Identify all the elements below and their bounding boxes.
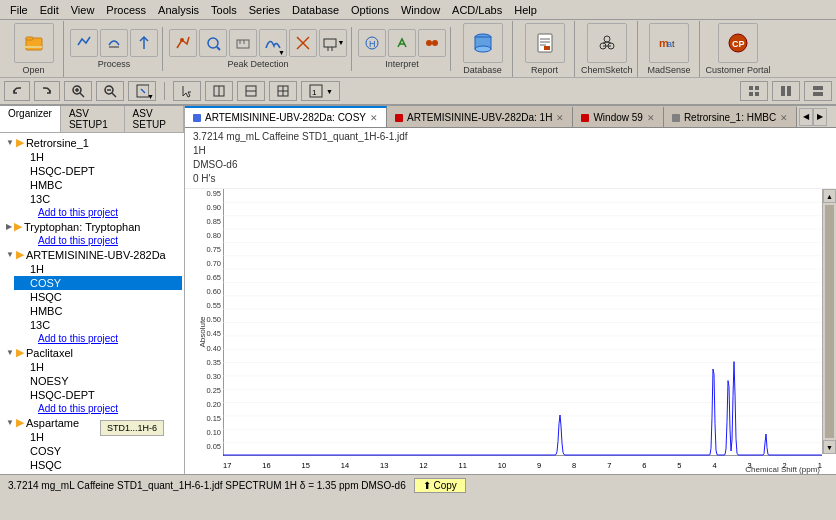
x-tick-13: 13 — [380, 461, 388, 470]
madsense-button[interactable]: mat — [649, 23, 689, 63]
interpret-btn3[interactable] — [418, 29, 446, 57]
fit-button[interactable]: ▼ — [128, 81, 156, 101]
undo-button[interactable] — [4, 81, 30, 101]
tab-retrorsine-hmbc-close[interactable]: ✕ — [780, 113, 788, 123]
menu-database[interactable]: Database — [286, 2, 345, 18]
layout-btn2[interactable] — [237, 81, 265, 101]
layout-btn3[interactable] — [269, 81, 297, 101]
layout-btn1[interactable] — [205, 81, 233, 101]
copy-button[interactable]: ⬆ Copy — [414, 478, 466, 493]
select-button[interactable] — [173, 81, 201, 101]
menu-file[interactable]: File — [4, 2, 34, 18]
retrorsine1-children: 1H HSQC-DEPT HMBC 13C Add to this projec… — [2, 150, 182, 219]
zoom-in-button[interactable] — [64, 81, 92, 101]
status-text: 3.7214 mg_mL Caffeine STD1_quant_1H-6-1.… — [8, 480, 406, 491]
interpret-btn1[interactable]: H — [358, 29, 386, 57]
zoom-out-button[interactable] — [96, 81, 124, 101]
sidebar-item-artemisinine-hmbc[interactable]: HMBC — [14, 304, 182, 318]
menu-view[interactable]: View — [65, 2, 101, 18]
sidebar-item-retrorsine-hsqcdept[interactable]: HSQC-DEPT — [14, 164, 182, 178]
menu-options[interactable]: Options — [345, 2, 395, 18]
chemsketch-button[interactable] — [587, 23, 627, 63]
svg-point-24 — [475, 46, 491, 52]
sidebar-item-aspartame-hsqc[interactable]: HSQC — [14, 458, 182, 472]
layout-grid-btn2[interactable] — [772, 81, 800, 101]
tab-1h[interactable]: ARTEMISININE-UBV-282Da: 1H ✕ — [387, 106, 573, 127]
menu-window[interactable]: Window — [395, 2, 446, 18]
sidebar-item-aspartame-cosy[interactable]: COSY — [14, 444, 182, 458]
sidebar-item-retrorsine1[interactable]: ▼ ▶ Retrorsine_1 — [2, 135, 182, 150]
sidebar-item-paclitaxel-noesy[interactable]: NOESY — [14, 374, 182, 388]
sidebar-item-paclitaxel-hsqcdept[interactable]: HSQC-DEPT — [14, 388, 182, 402]
layout-grid-btn3[interactable] — [804, 81, 832, 101]
svg-point-6 — [208, 38, 218, 48]
tab-1h-close[interactable]: ✕ — [556, 113, 564, 123]
sidebar-item-paclitaxel[interactable]: ▼ ▶ Paclitaxel — [2, 345, 182, 360]
portal-button[interactable]: CP — [718, 23, 758, 63]
scroll-thumb[interactable] — [825, 205, 834, 438]
peak-btn5[interactable] — [289, 29, 317, 57]
sidebar: Organizer ASV SETUP1 ASV SETUP ▼ ▶ Retro… — [0, 106, 185, 474]
tab-cosy-close[interactable]: ✕ — [370, 113, 378, 123]
sidebar-item-paclitaxel-1h[interactable]: 1H — [14, 360, 182, 374]
tab-window59-close[interactable]: ✕ — [647, 113, 655, 123]
peak-dropdown[interactable]: ▼ — [319, 29, 347, 57]
paclitaxel-children: 1H NOESY HSQC-DEPT Add to this project — [2, 360, 182, 415]
tab-cosy[interactable]: ARTEMISININE-UBV-282Da: COSY ✕ — [185, 106, 387, 127]
menu-series[interactable]: Series — [243, 2, 286, 18]
scroll-down-btn[interactable]: ▼ — [823, 440, 836, 454]
tab-scroll-buttons: ◀ ▶ — [799, 106, 827, 127]
sidebar-item-aspartame-hmbc[interactable]: HMBC — [14, 472, 182, 474]
sidebar-item-artemisinine-cosy[interactable]: COSY — [14, 276, 182, 290]
dropdown-btn[interactable]: 1 ▼ — [301, 81, 340, 101]
folder-icon-aspartame: ▶ — [16, 416, 24, 429]
menu-edit[interactable]: Edit — [34, 2, 65, 18]
y-tick-080: 0.80 — [206, 231, 221, 240]
process-btn3[interactable] — [130, 29, 158, 57]
menu-tools[interactable]: Tools — [205, 2, 243, 18]
sidebar-tab-asv1[interactable]: ASV SETUP1 — [61, 106, 125, 132]
layout-grid-btn1[interactable] — [740, 81, 768, 101]
x-tick-15: 15 — [302, 461, 310, 470]
tab-scroll-left[interactable]: ◀ — [799, 108, 813, 126]
menu-process[interactable]: Process — [100, 2, 152, 18]
process-icons — [70, 29, 158, 57]
database-label: Database — [463, 65, 502, 75]
report-button[interactable] — [525, 23, 565, 63]
peak-btn3[interactable] — [229, 29, 257, 57]
peak-btn1[interactable] — [169, 29, 197, 57]
add-project-artemisinine[interactable]: Add to this project — [14, 332, 182, 345]
add-project-retrorsine[interactable]: Add to this project — [14, 206, 182, 219]
sidebar-tab-organizer[interactable]: Organizer — [0, 106, 61, 132]
add-project-paclitaxel[interactable]: Add to this project — [14, 402, 182, 415]
process-btn2[interactable] — [100, 29, 128, 57]
redo-button[interactable] — [34, 81, 60, 101]
sidebar-item-retrorsine-1h[interactable]: 1H — [14, 150, 182, 164]
sidebar-tree: ▼ ▶ Retrorsine_1 1H HSQC-DEPT HMBC 13C A… — [0, 133, 184, 474]
peak-btn4[interactable]: ▼ — [259, 29, 287, 57]
sidebar-tabs: Organizer ASV SETUP1 ASV SETUP — [0, 106, 184, 133]
interpret-btn2[interactable] — [388, 29, 416, 57]
tab-retrorsine-hmbc[interactable]: Retrorsine_1: HMBC ✕ — [664, 106, 797, 127]
menu-help[interactable]: Help — [508, 2, 543, 18]
menu-acdlabs[interactable]: ACD/Labs — [446, 2, 508, 18]
sidebar-item-artemisinine-13c[interactable]: 13C — [14, 318, 182, 332]
peak-btn2[interactable] — [199, 29, 227, 57]
sidebar-item-retrorsine-hmbc[interactable]: HMBC — [14, 178, 182, 192]
artemisinine-children: 1H COSY HSQC HMBC 13C Add to this projec… — [2, 262, 182, 345]
add-project-tryptophan[interactable]: Add to this project — [2, 234, 182, 247]
menu-analysis[interactable]: Analysis — [152, 2, 205, 18]
sidebar-item-artemisinine-1h[interactable]: 1H — [14, 262, 182, 276]
database-button[interactable] — [463, 23, 503, 63]
tab-scroll-right[interactable]: ▶ — [813, 108, 827, 126]
scroll-up-btn[interactable]: ▲ — [823, 189, 836, 203]
toolbar-section-portal: CP Customer Portal — [702, 21, 775, 77]
tab-window59[interactable]: Window 59 ✕ — [573, 106, 663, 127]
sidebar-item-artemisinine[interactable]: ▼ ▶ ARTEMISININE-UBV-282Da — [2, 247, 182, 262]
sidebar-item-artemisinine-hsqc[interactable]: HSQC — [14, 290, 182, 304]
open-button[interactable] — [14, 23, 54, 63]
process-btn1[interactable] — [70, 29, 98, 57]
sidebar-tab-asv[interactable]: ASV SETUP — [125, 106, 184, 132]
sidebar-item-retrorsine-13c[interactable]: 13C — [14, 192, 182, 206]
sidebar-item-tryptophan[interactable]: ▶ ▶ Tryptophan: Tryptophan — [2, 219, 182, 234]
